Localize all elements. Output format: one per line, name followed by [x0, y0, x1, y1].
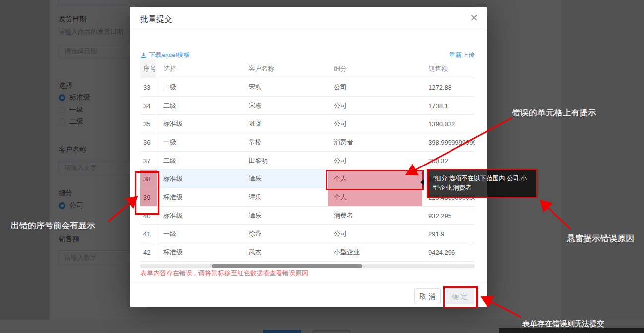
cell-segment: 公司: [328, 78, 422, 96]
cell-seq: 35: [140, 115, 157, 133]
tooltip-annotation-box: “细分”选项不在以下范围内:公司,小型企业,消费者: [427, 169, 538, 198]
annotation-seq-note: 出错的序号前会有显示: [11, 220, 95, 231]
batch-table: 序号 选择 客户名称 细分 销售额 33二级宋栋公司1272.8834二级宋栋公…: [140, 59, 475, 269]
seq-error-annotation-box: [135, 171, 159, 215]
form-error-hint: 表单内容存在错误，请将鼠标移至红色数据项查看错误原因: [140, 269, 473, 278]
table-row[interactable]: 35标准级巩號公司1390.032: [140, 115, 475, 133]
cell-seq: 33: [140, 78, 157, 96]
cell-level: 一级: [157, 133, 243, 151]
cell-level: 标准级: [157, 188, 243, 206]
cell-segment: 消费者: [328, 133, 422, 151]
table-row[interactable]: 39标准级谭乐个人228.48000000000: [140, 188, 475, 207]
table-row[interactable]: 36一级常松消费者398.99999999999: [140, 133, 475, 152]
annotation-submit-note: 表单存在错误则无法提交: [522, 319, 604, 329]
cell-sales: 1272.88: [422, 78, 475, 96]
cell-level: 一级: [157, 225, 243, 243]
cell-customer: 田黎明: [243, 152, 328, 169]
cell-segment: 公司: [328, 97, 422, 114]
cell-segment: 消费者: [328, 207, 422, 224]
cell-segment: 公司: [328, 115, 422, 133]
horizontal-scrollbar[interactable]: [140, 264, 475, 268]
download-template-label: 下载excel模板: [149, 51, 190, 59]
tooltip-caret: [420, 179, 424, 185]
header-level: 选择: [157, 59, 243, 78]
table-row[interactable]: 40标准级谭乐消费者932.295: [140, 207, 475, 225]
confirm-annotation-box: [443, 286, 478, 308]
cell-customer: 谭乐: [243, 170, 328, 188]
cell-level: 二级: [157, 152, 243, 169]
cell-level: 二级: [157, 97, 243, 114]
cell-level: 标准级: [157, 115, 243, 133]
table-row[interactable]: 37二级田黎明公司250.32: [140, 152, 475, 170]
cell-level: 标准级: [157, 170, 243, 188]
cell-segment: 公司: [328, 152, 422, 169]
cell-seq: 36: [140, 133, 157, 151]
cell-sales: 250.32: [422, 152, 475, 169]
batch-table-body: 33二级宋栋公司1272.8834二级宋栋公司1738.135标准级巩號公司13…: [140, 78, 475, 262]
cell-level: 标准级: [157, 207, 243, 224]
dialog-footer: 取 消 确 定: [130, 284, 487, 307]
download-template-link[interactable]: 下载excel模板: [140, 51, 190, 59]
header-sales: 销售额: [422, 59, 475, 78]
reupload-link[interactable]: 重新上传: [449, 51, 475, 59]
download-icon: [140, 52, 147, 58]
cell-seq: 34: [140, 97, 157, 114]
cell-customer: 常松: [243, 133, 328, 151]
cell-seq: 37: [140, 152, 157, 169]
cell-segment: 公司: [328, 225, 422, 243]
close-icon[interactable]: ✕: [470, 13, 478, 23]
cell-customer: 谭乐: [243, 188, 328, 206]
annotation-cell-note: 错误的单元格上有提示: [512, 107, 596, 118]
reupload-label: 重新上传: [449, 51, 475, 59]
cell-seq: 41: [140, 225, 157, 243]
cell-sales: 9424.296: [422, 243, 475, 261]
cell-sales: 1390.032: [422, 115, 475, 133]
table-row[interactable]: 34二级宋栋公司1738.1: [140, 97, 475, 115]
cell-customer: 武杰: [243, 243, 328, 261]
error-tooltip: “细分”选项不在以下范围内:公司,小型企业,消费者: [428, 170, 536, 197]
dialog-title: 批量提交: [140, 14, 172, 25]
cell-sales: 291.9: [422, 225, 475, 243]
cell-sales: 932.295: [422, 207, 475, 224]
cell-sales: 398.99999999999: [422, 133, 475, 151]
batch-submit-dialog: 批量提交 ✕ 下载excel模板 重新上传 序号 选择 客户名称 细分 销售额 …: [130, 7, 487, 307]
cell-customer: 宋栋: [243, 78, 328, 96]
table-header-row: 序号 选择 客户名称 细分 销售额: [140, 59, 475, 78]
cell-segment: 个人: [328, 188, 422, 206]
screen: 发货日期 请输入商品的发货日期 请选择日期 选择 标准级 一级 二级 客户名称 …: [0, 0, 644, 333]
header-seq: 序号: [140, 59, 157, 78]
table-row[interactable]: 41一级徐岱公司291.9: [140, 225, 475, 243]
cell-segment: 小型企业: [328, 243, 422, 261]
cell-customer: 巩號: [243, 115, 328, 133]
cell-level: 标准级: [157, 243, 243, 261]
cancel-button[interactable]: 取 消: [414, 288, 441, 304]
scrollbar-thumb[interactable]: [212, 264, 362, 268]
dialog-header: 批量提交 ✕: [130, 7, 487, 31]
cell-customer: 徐岱: [243, 225, 328, 243]
cell-customer: 宋栋: [243, 97, 328, 114]
cell-sales: 1738.1: [422, 97, 475, 114]
header-segment: 细分: [328, 59, 422, 78]
cell-seq: 42: [140, 243, 157, 261]
table-row[interactable]: 38标准级谭乐个人834.1199999999: [140, 170, 475, 188]
bottom-dark-strip: [499, 328, 644, 333]
cell-customer: 谭乐: [243, 207, 328, 224]
cell-level: 二级: [157, 78, 243, 96]
annotation-tooltip-note: 悬窗提示错误原因: [567, 233, 634, 244]
table-row[interactable]: 33二级宋栋公司1272.88: [140, 78, 475, 97]
header-customer: 客户名称: [243, 59, 328, 78]
table-row[interactable]: 42标准级武杰小型企业9424.296: [140, 243, 475, 262]
cell-error-annotation-box: [326, 170, 424, 190]
